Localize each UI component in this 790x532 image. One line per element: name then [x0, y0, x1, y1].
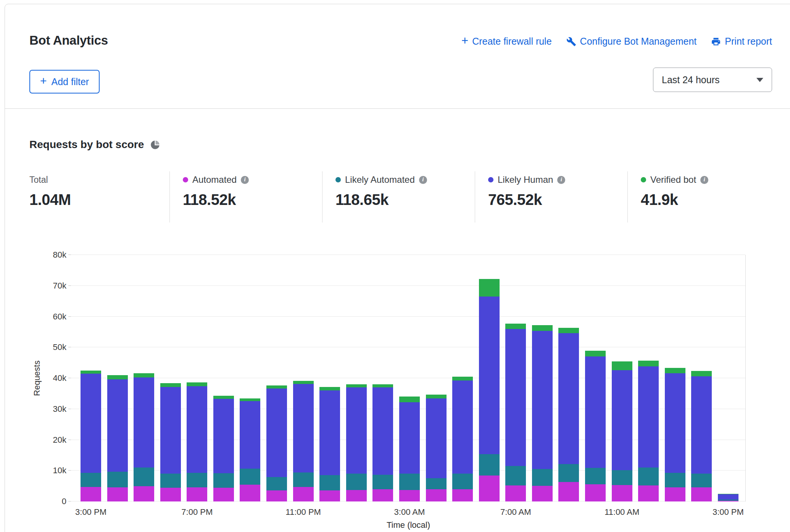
bar-segment[interactable] [426, 398, 447, 478]
bar-segment[interactable] [532, 469, 553, 486]
bar-segment[interactable] [399, 402, 420, 474]
bar-segment[interactable] [372, 489, 393, 501]
bar-segment[interactable] [293, 472, 314, 487]
bar-segment[interactable] [134, 377, 154, 468]
bar-segment[interactable] [107, 472, 128, 487]
bar-segment[interactable] [81, 487, 101, 501]
bar-segment[interactable] [479, 279, 500, 297]
bar-segment[interactable] [107, 379, 128, 472]
bar-segment[interactable] [585, 351, 606, 356]
bar-segment[interactable] [558, 482, 579, 501]
bar[interactable] [665, 255, 685, 501]
bar-segment[interactable] [558, 333, 579, 464]
bar-segment[interactable] [160, 383, 181, 387]
bar-segment[interactable] [187, 382, 207, 386]
bar[interactable] [532, 255, 553, 501]
bar[interactable] [160, 255, 181, 501]
create-firewall-rule-link[interactable]: + Create firewall rule [461, 35, 552, 47]
bar-segment[interactable] [213, 399, 234, 473]
bar-segment[interactable] [266, 385, 287, 389]
bar-segment[interactable] [399, 397, 420, 402]
bar-segment[interactable] [505, 466, 526, 485]
bar-segment[interactable] [505, 324, 526, 329]
bar-segment[interactable] [665, 368, 685, 374]
bar-segment[interactable] [399, 474, 420, 490]
bar-segment[interactable] [240, 469, 260, 485]
print-report-link[interactable]: Print report [711, 36, 772, 47]
bar-segment[interactable] [346, 490, 367, 501]
bar-segment[interactable] [372, 475, 393, 489]
bar-segment[interactable] [612, 370, 632, 470]
bar-segment[interactable] [134, 468, 154, 486]
bar-segment[interactable] [240, 485, 260, 501]
bar-segment[interactable] [293, 381, 314, 384]
bar[interactable] [505, 255, 526, 501]
bar[interactable] [266, 255, 287, 501]
add-filter-button[interactable]: + Add filter [29, 70, 100, 94]
bar[interactable] [240, 255, 260, 501]
bar-segment[interactable] [81, 371, 101, 374]
bar-segment[interactable] [718, 494, 738, 500]
bar[interactable] [81, 255, 101, 501]
bar-segment[interactable] [187, 386, 207, 473]
bar-segment[interactable] [691, 474, 712, 487]
bar[interactable] [372, 255, 393, 501]
bar-segment[interactable] [426, 489, 447, 501]
bar-segment[interactable] [372, 384, 393, 387]
bar-segment[interactable] [638, 366, 659, 468]
bar[interactable] [691, 255, 712, 501]
bar[interactable] [452, 255, 473, 501]
info-icon[interactable] [419, 176, 427, 184]
bar-segment[interactable] [319, 387, 340, 390]
configure-bot-management-link[interactable]: Configure Bot Management [566, 36, 697, 47]
bar-segment[interactable] [293, 384, 314, 472]
bar[interactable] [612, 255, 632, 501]
bar-segment[interactable] [319, 490, 340, 501]
bar-segment[interactable] [479, 297, 500, 454]
bar[interactable] [107, 255, 128, 501]
bar-segment[interactable] [585, 484, 606, 501]
bar-segment[interactable] [718, 500, 738, 500]
bar[interactable] [346, 255, 367, 501]
bar-segment[interactable] [452, 474, 473, 489]
bar-segment[interactable] [452, 489, 473, 501]
bar[interactable] [134, 255, 154, 501]
bar-segment[interactable] [134, 486, 154, 501]
bar-segment[interactable] [346, 384, 367, 387]
bar-segment[interactable] [266, 389, 287, 477]
bar-segment[interactable] [532, 486, 553, 501]
bar-segment[interactable] [612, 361, 632, 370]
info-icon[interactable] [241, 176, 249, 184]
bar[interactable] [638, 255, 659, 501]
bar-segment[interactable] [319, 475, 340, 490]
bar[interactable] [319, 255, 340, 501]
bar-segment[interactable] [107, 487, 128, 501]
bar-segment[interactable] [638, 361, 659, 366]
bar-segment[interactable] [585, 356, 606, 468]
bar-segment[interactable] [213, 396, 234, 399]
bar-segment[interactable] [612, 470, 632, 485]
bar-segment[interactable] [107, 375, 128, 379]
bar-segment[interactable] [266, 477, 287, 490]
bar[interactable] [558, 255, 579, 501]
bar-segment[interactable] [505, 485, 526, 501]
bar-segment[interactable] [585, 468, 606, 484]
bar-segment[interactable] [612, 485, 632, 501]
bar-segment[interactable] [160, 488, 181, 501]
bar-segment[interactable] [266, 490, 287, 501]
bar-segment[interactable] [160, 474, 181, 488]
bar-segment[interactable] [319, 390, 340, 476]
bar-segment[interactable] [665, 473, 685, 487]
bar[interactable] [213, 255, 234, 501]
bar-segment[interactable] [452, 380, 473, 474]
bar-segment[interactable] [638, 468, 659, 485]
bar-segment[interactable] [718, 501, 738, 501]
bar-segment[interactable] [293, 487, 314, 501]
bar-segment[interactable] [346, 387, 367, 474]
bar-segment[interactable] [665, 373, 685, 473]
bar-segment[interactable] [558, 464, 579, 482]
bar-segment[interactable] [187, 473, 207, 487]
bar-segment[interactable] [240, 398, 260, 401]
bar[interactable] [426, 255, 447, 501]
bar[interactable] [399, 255, 420, 501]
